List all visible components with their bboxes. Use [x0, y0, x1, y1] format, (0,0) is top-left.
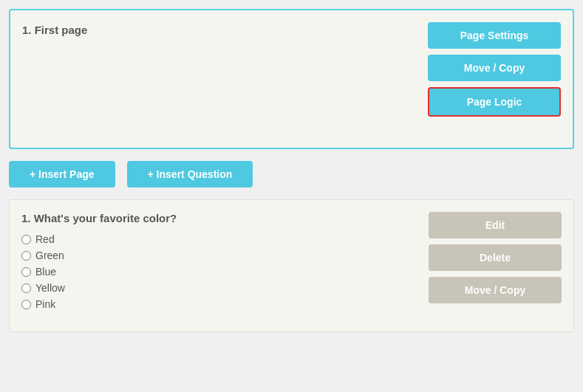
page-logic-button[interactable]: Page Logic: [428, 87, 561, 117]
radio-option-red: Red: [21, 233, 429, 245]
insert-page-button[interactable]: + Insert Page: [9, 161, 115, 188]
insert-row: + Insert Page + Insert Question: [9, 161, 574, 188]
question-buttons: Edit Delete Move / Copy: [429, 212, 562, 303]
page-move-copy-button[interactable]: Move / Copy: [428, 55, 561, 81]
question-card: 1. What's your favorite color? Red Green…: [9, 199, 574, 332]
radio-label-blue: Blue: [35, 266, 56, 278]
radio-label-red: Red: [35, 233, 55, 245]
radio-yellow[interactable]: [21, 283, 31, 293]
radio-label-green: Green: [35, 250, 64, 261]
radio-red[interactable]: [21, 235, 31, 244]
question-content: 1. What's your favorite color? Red Green…: [21, 212, 429, 314]
radio-green[interactable]: [21, 251, 31, 261]
radio-label-pink: Pink: [35, 298, 55, 310]
radio-blue[interactable]: [21, 267, 31, 277]
edit-button[interactable]: Edit: [429, 212, 562, 238]
question-title: 1. What's your favorite color?: [21, 212, 429, 224]
radio-option-pink: Pink: [21, 298, 429, 310]
page-settings-button[interactable]: Page Settings: [428, 22, 561, 49]
question-move-copy-button[interactable]: Move / Copy: [429, 277, 562, 303]
radio-option-yellow: Yellow: [21, 282, 429, 294]
page-title: 1. First page: [22, 22, 87, 36]
radio-option-green: Green: [21, 250, 429, 261]
page-card: 1. First page Page Settings Move / Copy …: [9, 9, 574, 149]
page-buttons: Page Settings Move / Copy Page Logic: [428, 22, 561, 117]
radio-option-blue: Blue: [21, 266, 429, 278]
delete-button[interactable]: Delete: [429, 244, 562, 271]
radio-label-yellow: Yellow: [35, 282, 65, 294]
insert-question-button[interactable]: + Insert Question: [127, 161, 253, 188]
radio-pink[interactable]: [21, 300, 31, 309]
